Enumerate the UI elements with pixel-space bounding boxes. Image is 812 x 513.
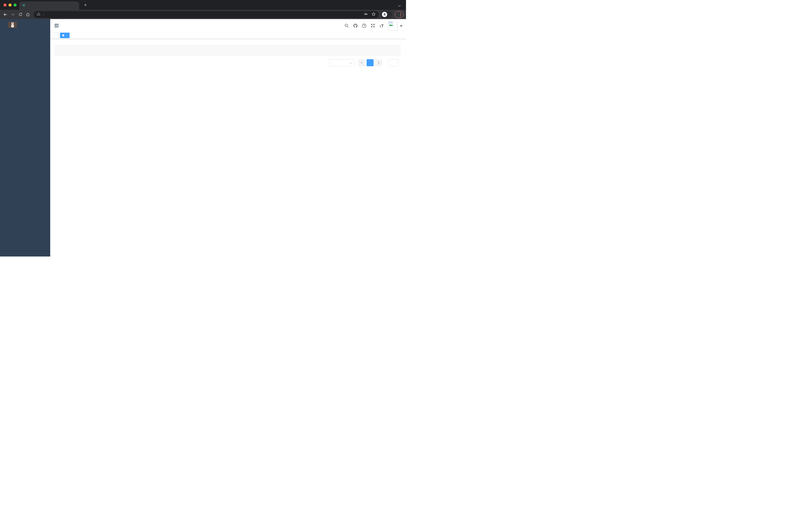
help-question-icon[interactable] (361, 23, 367, 28)
favicon-plant-icon (22, 3, 26, 8)
tag-home[interactable] (54, 33, 59, 38)
minimize-window-button[interactable] (8, 3, 11, 6)
sidebar-logo-row[interactable] (0, 19, 50, 32)
active-tag-dot (62, 34, 64, 36)
incognito-badge[interactable] (381, 11, 392, 18)
table-header-row (55, 45, 401, 56)
browser-update-button[interactable] (395, 11, 404, 18)
browser-toolbar (0, 10, 406, 19)
new-tab-button[interactable]: + (82, 2, 88, 8)
home-icon[interactable] (24, 11, 32, 18)
sidebar (0, 19, 50, 256)
tags-view (50, 32, 406, 39)
address-bar[interactable] (34, 11, 379, 18)
browser-tab[interactable] (19, 1, 79, 10)
avatar-dropdown-caret-icon[interactable] (400, 23, 403, 28)
select-chevron-down-icon (349, 62, 352, 64)
password-key-icon[interactable] (364, 12, 368, 17)
sidebar-toggle-hamburger-icon[interactable] (54, 23, 59, 28)
browser-menu-kebab-icon[interactable] (400, 13, 401, 16)
forward-icon[interactable] (9, 11, 17, 18)
avatar[interactable] (388, 21, 398, 31)
page-number-1[interactable] (367, 59, 374, 66)
app-header: TT (50, 19, 406, 32)
fullscreen-icon[interactable] (370, 23, 375, 28)
page-content (50, 39, 406, 66)
browser-tabstrip: + (0, 0, 406, 10)
prev-page-button[interactable] (358, 59, 365, 66)
font-size-icon[interactable]: TT (379, 23, 384, 28)
tab-search-chevron-icon[interactable] (398, 3, 401, 8)
bookmark-star-icon[interactable] (371, 12, 376, 17)
definition-table (55, 45, 401, 56)
maximize-window-button[interactable] (13, 3, 17, 6)
close-window-button[interactable] (3, 3, 6, 6)
logo-image (8, 22, 17, 29)
tag-process-definition[interactable] (60, 33, 69, 38)
pagination (55, 59, 401, 66)
reload-icon[interactable] (17, 11, 24, 18)
github-icon[interactable] (353, 23, 358, 28)
goto-page-input[interactable] (388, 59, 398, 66)
not-secure-warning-icon (37, 12, 40, 17)
broken-image-icon (389, 23, 393, 27)
omnibox-divider (44, 12, 44, 17)
search-icon[interactable] (344, 23, 349, 28)
page-size-select[interactable] (329, 59, 354, 66)
back-icon[interactable] (1, 11, 9, 18)
next-page-button[interactable] (375, 59, 382, 66)
window-controls[interactable] (3, 3, 17, 6)
incognito-icon (382, 12, 387, 17)
